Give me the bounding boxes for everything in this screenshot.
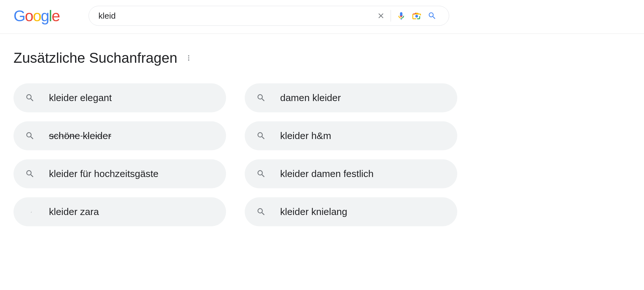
voice-search-button[interactable] bbox=[393, 8, 409, 23]
svg-point-2 bbox=[188, 55, 189, 57]
chip-label: kleider damen festlich bbox=[280, 168, 374, 179]
header: Google bbox=[0, 0, 644, 34]
search-icon bbox=[25, 93, 35, 103]
search-icon bbox=[25, 207, 35, 217]
section-title: Zusätzliche Suchanfragen bbox=[14, 50, 177, 66]
google-logo[interactable]: Google bbox=[14, 7, 60, 25]
search-icon bbox=[256, 93, 266, 103]
related-search-chip[interactable]: damen kleider bbox=[245, 83, 457, 112]
section-header: Zusätzliche Suchanfragen bbox=[14, 50, 457, 66]
related-search-chip[interactable]: kleider damen festlich bbox=[245, 159, 457, 188]
chip-label: damen kleider bbox=[280, 92, 341, 103]
svg-point-1 bbox=[415, 15, 418, 18]
related-search-chip[interactable]: kleider zara bbox=[14, 197, 226, 226]
search-actions bbox=[373, 8, 440, 23]
search-box[interactable] bbox=[89, 6, 449, 26]
chip-label: kleider elegant bbox=[49, 92, 112, 103]
chip-label: kleider h&m bbox=[280, 130, 331, 141]
related-search-chip[interactable]: kleider h&m bbox=[245, 121, 457, 150]
microphone-icon bbox=[396, 11, 406, 21]
related-search-chip[interactable]: kleider knielang bbox=[245, 197, 457, 226]
related-searches-grid: kleider elegant damen kleider schöne kle… bbox=[14, 83, 457, 226]
search-icon bbox=[256, 207, 266, 217]
svg-rect-0 bbox=[401, 19, 402, 20]
chip-label: kleider knielang bbox=[280, 206, 347, 217]
search-icon bbox=[428, 11, 437, 20]
search-icon bbox=[256, 169, 266, 179]
chip-label: schöne kleider bbox=[49, 130, 111, 141]
search-button[interactable] bbox=[424, 8, 440, 23]
related-search-chip[interactable]: kleider elegant bbox=[14, 83, 226, 112]
close-icon bbox=[377, 12, 385, 20]
main-content: Zusätzliche Suchanfragen kleider elegant… bbox=[0, 34, 457, 226]
search-icon bbox=[25, 169, 35, 179]
clear-button[interactable] bbox=[373, 8, 389, 23]
divider bbox=[391, 10, 391, 22]
related-search-chip[interactable]: kleider für hochzeitsgäste bbox=[14, 159, 226, 188]
chip-label: kleider für hochzeitsgäste bbox=[49, 168, 158, 179]
svg-point-3 bbox=[188, 57, 189, 59]
search-icon bbox=[25, 131, 35, 141]
search-icon bbox=[256, 131, 266, 141]
image-search-button[interactable] bbox=[409, 8, 424, 23]
svg-point-4 bbox=[188, 60, 189, 61]
related-search-chip[interactable]: schöne kleider bbox=[14, 121, 226, 150]
camera-icon bbox=[412, 11, 422, 21]
search-input[interactable] bbox=[99, 11, 373, 21]
more-options-icon[interactable] bbox=[185, 54, 192, 61]
chip-label: kleider zara bbox=[49, 206, 99, 217]
